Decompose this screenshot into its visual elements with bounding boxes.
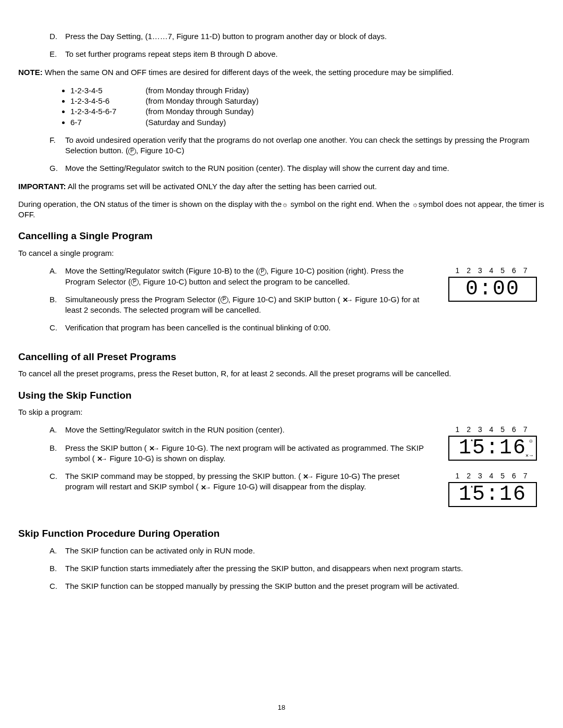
two-column-row: A. Move the Setting/Regulator switch in …: [18, 425, 545, 517]
text-fragment: symbol on the right end. When the: [288, 200, 412, 208]
heading-skip-procedure: Skip Function Procedure During Operation: [18, 527, 545, 540]
two-column-row: A. Move the Setting/Regulator switch (Fi…: [18, 266, 545, 340]
list-item-E: E. To set further programs repeat steps …: [50, 49, 545, 59]
list-item-D: D. Press the Day Setting, (1……7, Figure …: [50, 31, 545, 42]
day-desc: (from Monday through Saturday): [145, 96, 259, 105]
lcd-display-skip-off: 1 2 3 4 5 6 7 ▴ 15:16: [440, 471, 545, 507]
text-fragment: , Figure 10-C) and SKIP button (: [228, 295, 342, 304]
important-label: IMPORTANT:: [18, 182, 66, 191]
program-icon: P: [259, 268, 266, 276]
list-skip: A. Move the Setting/Regulator switch in …: [18, 425, 430, 492]
lcd-time-box: 0:00: [448, 277, 537, 302]
list-item-A: A. Move the Setting/Regulator switch (Fi…: [50, 266, 430, 287]
skip-icon: ✕→: [97, 454, 105, 464]
day-code-bullet-list: 1-2-3-4-5 (from Monday through Friday) 1…: [18, 85, 545, 128]
left-column: A. Move the Setting/Regulator switch in …: [18, 425, 430, 499]
list-item-A: A. Move the Setting/Regulator switch in …: [50, 425, 430, 435]
lcd-time-box: ▴ 15:16 ☼ ✕→: [448, 436, 537, 461]
note-line: NOTE: When the same ON and OFF times are…: [18, 67, 545, 78]
lcd-day-row: 1 2 3 4 5 6 7: [440, 425, 545, 435]
list-item-A: A. The SKIP function can be activated on…: [50, 546, 545, 556]
text-fragment: , Figure 10-C) button and select the pro…: [139, 277, 350, 286]
list-item-C: C. The SKIP function can be stopped manu…: [50, 581, 545, 591]
bullet-item: 6-7 (Saturday and Sunday): [70, 117, 545, 128]
cancel-all-text: To cancel all the preset programs, press…: [18, 368, 545, 379]
list-text: The SKIP command may be stopped, by pres…: [65, 471, 430, 492]
day-code: 1-2-3-4-5: [70, 85, 143, 96]
list-item-B: B. Simultaneously press the Program Sele…: [50, 294, 430, 316]
list-marker: C.: [50, 471, 65, 492]
lcd-time-value: 15:16: [459, 483, 527, 506]
list-marker: D.: [50, 31, 65, 42]
lcd-sun-icon: ☼: [529, 438, 534, 444]
program-icon: P: [221, 296, 228, 304]
day-code: 1-2-3-4-5-6-7: [70, 106, 143, 117]
note-text: When the same ON and OFF times are desir…: [45, 68, 454, 77]
list-marker: F.: [50, 135, 65, 156]
list-text: The SKIP function can be stopped manuall…: [65, 581, 545, 591]
lcd-day-row: 1 2 3 4 5 6 7: [440, 471, 545, 481]
list-DE: D. Press the Day Setting, (1……7, Figure …: [18, 31, 545, 60]
list-text: The SKIP function starts immediately aft…: [65, 563, 545, 574]
list-text: Move the Setting/Regulator switch (Figur…: [65, 266, 430, 287]
list-marker: G.: [50, 163, 65, 174]
list-text: Move the Setting/Regulator switch to the…: [65, 163, 545, 174]
list-text: Press the SKIP button ( ✕→ Figure 10-G).…: [65, 443, 430, 464]
list-item-B: B. The SKIP function starts immediately …: [50, 563, 545, 574]
lcd-day-row: 1 2 3 4 5 6 7: [440, 266, 545, 276]
sun-icon: ☼: [282, 200, 288, 209]
text-fragment: Move the Setting/Regulator switch (Figur…: [65, 266, 259, 275]
lcd-time-value: 15:16: [459, 436, 527, 460]
list-item-G: G. Move the Setting/Regulator switch to …: [50, 163, 545, 174]
heading-cancel-single: Cancelling a Single Program: [18, 229, 545, 243]
list-marker: B.: [50, 443, 65, 464]
text-fragment: Figure 10-G) is shown on display.: [107, 454, 226, 463]
bullet-item: 1-2-3-4-5-6 (from Monday through Saturda…: [70, 96, 545, 106]
list-marker: B.: [50, 563, 65, 574]
lcd-time-value: 0:00: [466, 277, 520, 301]
list-text: Press the Day Setting, (1……7, Figure 11-…: [65, 31, 545, 42]
list-marker: E.: [50, 49, 65, 59]
sun-icon: ☼: [412, 200, 419, 209]
list-text: To set further programs repeat steps ite…: [65, 49, 545, 59]
list-item-C: C. Verification that program has been ca…: [50, 323, 430, 333]
text-fragment: Figure 10-G) will disappear from the dis…: [211, 482, 366, 491]
skip-icon: ✕→: [149, 444, 157, 453]
lcd-display-zero: 1 2 3 4 5 6 7 0:00: [440, 266, 545, 302]
skip-icon: ✕→: [303, 472, 311, 482]
lcd-arrow-icon: ▴: [470, 438, 474, 443]
program-icon: P: [128, 147, 136, 155]
day-desc: (from Monday through Sunday): [145, 107, 254, 116]
list-item-B: B. Press the SKIP button ( ✕→ Figure 10-…: [50, 443, 430, 464]
list-marker: B.: [50, 294, 65, 316]
important-text: All the programs set will be activated O…: [68, 182, 377, 191]
heading-skip: Using the Skip Function: [18, 389, 545, 402]
list-skip-procedure: A. The SKIP function can be activated on…: [18, 546, 545, 592]
lcd-time-box: ▴ 15:16: [448, 482, 537, 507]
list-text: To avoid undesired operation verify that…: [65, 135, 545, 156]
skip-icon: ✕→: [342, 295, 351, 305]
lcd-display-skip-on: 1 2 3 4 5 6 7 ▴ 15:16 ☼ ✕→: [440, 425, 545, 461]
list-marker: A.: [50, 266, 65, 287]
right-column: 1 2 3 4 5 6 7 ▴ 15:16 ☼ ✕→ 1 2 3 4 5 6 7…: [440, 425, 545, 517]
day-desc: (from Monday through Friday): [145, 86, 249, 95]
list-text: The SKIP function can be activated only …: [65, 546, 545, 556]
list-marker: A.: [50, 425, 65, 435]
intro-text: To skip a program:: [18, 407, 545, 417]
page-number: 18: [0, 703, 563, 712]
list-FG: F. To avoid undesired operation verify t…: [18, 135, 545, 174]
list-text: Simultaneously press the Program Selecto…: [65, 294, 430, 316]
text-fragment: During operation, the ON status of the t…: [18, 200, 282, 208]
note-label: NOTE:: [18, 68, 43, 77]
list-text: Move the Setting/Regulator switch in the…: [65, 425, 430, 435]
list-marker: C.: [50, 581, 65, 591]
left-column: A. Move the Setting/Regulator switch (Fi…: [18, 266, 430, 340]
text-fragment: , Figure 10-C): [136, 146, 185, 155]
lcd-arrow-icon: ▴: [470, 484, 474, 489]
lcd-skip-icon: ✕→: [525, 453, 534, 459]
list-text: Verification that program has been cance…: [65, 323, 430, 333]
text-fragment: Press the SKIP button (: [65, 443, 149, 452]
text-fragment: Simultaneously press the Program Selecto…: [65, 295, 221, 304]
bullet-item: 1-2-3-4-5 (from Monday through Friday): [70, 85, 545, 96]
day-code: 1-2-3-4-5-6: [70, 96, 143, 106]
